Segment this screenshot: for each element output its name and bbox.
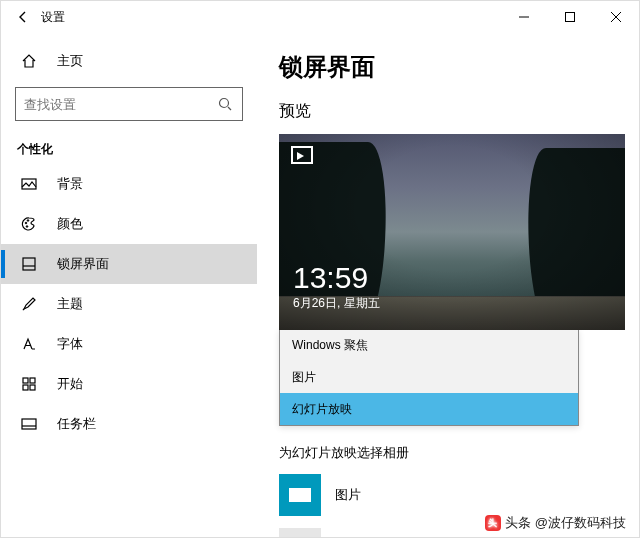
clock-time: 13:59 <box>293 263 380 293</box>
svg-point-5 <box>26 226 28 228</box>
dropdown-option[interactable]: Windows 聚焦 <box>280 329 578 361</box>
home-label: 主页 <box>57 52 83 70</box>
picture-icon <box>19 176 39 192</box>
sidebar-item-background[interactable]: 背景 <box>1 164 257 204</box>
svg-point-4 <box>27 220 29 222</box>
svg-rect-11 <box>22 419 36 429</box>
sidebar-item-themes[interactable]: 主题 <box>1 284 257 324</box>
sidebar-item-label: 开始 <box>57 375 83 393</box>
svg-rect-6 <box>23 258 35 270</box>
category-label: 个性化 <box>1 131 257 164</box>
sidebar-item-label: 字体 <box>57 335 83 353</box>
preview-heading: 预览 <box>279 101 639 122</box>
search-box[interactable] <box>15 87 243 121</box>
close-button[interactable] <box>593 1 639 33</box>
sidebar: 主页 个性化 背景 颜色 锁屏界面 主题 <box>1 33 257 537</box>
back-button[interactable] <box>9 10 37 24</box>
album-label: 图片 <box>335 486 361 504</box>
lockscreen-preview: 13:59 6月26日, 星期五 <box>279 134 625 330</box>
sidebar-item-label: 任务栏 <box>57 415 96 433</box>
album-tile <box>279 474 321 516</box>
dropdown-option[interactable]: 图片 <box>280 361 578 393</box>
sidebar-item-label: 主题 <box>57 295 83 313</box>
add-icon: + <box>279 528 321 537</box>
sidebar-item-lockscreen[interactable]: 锁屏界面 <box>1 244 257 284</box>
sidebar-item-label: 锁屏界面 <box>57 255 109 273</box>
lockscreen-icon <box>19 256 39 272</box>
sidebar-item-fonts[interactable]: 字体 <box>1 324 257 364</box>
sidebar-item-colors[interactable]: 颜色 <box>1 204 257 244</box>
album-heading: 为幻灯片放映选择相册 <box>279 444 639 462</box>
preview-clock: 13:59 6月26日, 星期五 <box>293 263 380 312</box>
album-row[interactable]: 图片 <box>279 474 639 516</box>
background-dropdown[interactable]: Windows 聚焦 图片 幻灯片放映 <box>279 329 579 426</box>
watermark-text: @波仔数码科技 <box>535 514 626 532</box>
sidebar-item-label: 颜色 <box>57 215 83 233</box>
search-icon <box>216 97 234 111</box>
clock-date: 6月26日, 星期五 <box>293 295 380 312</box>
dropdown-option-selected[interactable]: 幻灯片放映 <box>280 393 578 425</box>
sidebar-item-label: 背景 <box>57 175 83 193</box>
watermark-prefix: 头条 <box>505 514 531 532</box>
sidebar-item-start[interactable]: 开始 <box>1 364 257 404</box>
taskbar-icon <box>19 416 39 432</box>
watermark: 头 头条 @波仔数码科技 <box>485 514 626 532</box>
titlebar: 设置 <box>1 1 639 33</box>
watermark-logo: 头 <box>485 515 501 531</box>
content-pane: 锁屏界面 预览 13:59 6月26日, 星期五 Windows 聚焦 图片 幻… <box>257 33 639 537</box>
svg-rect-10 <box>30 385 35 390</box>
home-icon <box>19 53 39 69</box>
font-icon <box>19 336 39 352</box>
start-icon <box>19 376 39 392</box>
svg-rect-7 <box>23 378 28 383</box>
svg-point-1 <box>220 99 229 108</box>
svg-rect-9 <box>23 385 28 390</box>
sidebar-item-taskbar[interactable]: 任务栏 <box>1 404 257 444</box>
maximize-button[interactable] <box>547 1 593 33</box>
page-title: 锁屏界面 <box>279 51 639 83</box>
palette-icon <box>19 216 39 232</box>
svg-rect-0 <box>566 13 575 22</box>
brush-icon <box>19 296 39 312</box>
search-input[interactable] <box>24 97 216 112</box>
window-title: 设置 <box>41 9 65 26</box>
minimize-button[interactable] <box>501 1 547 33</box>
slideshow-icon <box>291 146 313 164</box>
svg-point-3 <box>25 222 27 224</box>
svg-rect-8 <box>30 378 35 383</box>
home-nav[interactable]: 主页 <box>1 41 257 81</box>
